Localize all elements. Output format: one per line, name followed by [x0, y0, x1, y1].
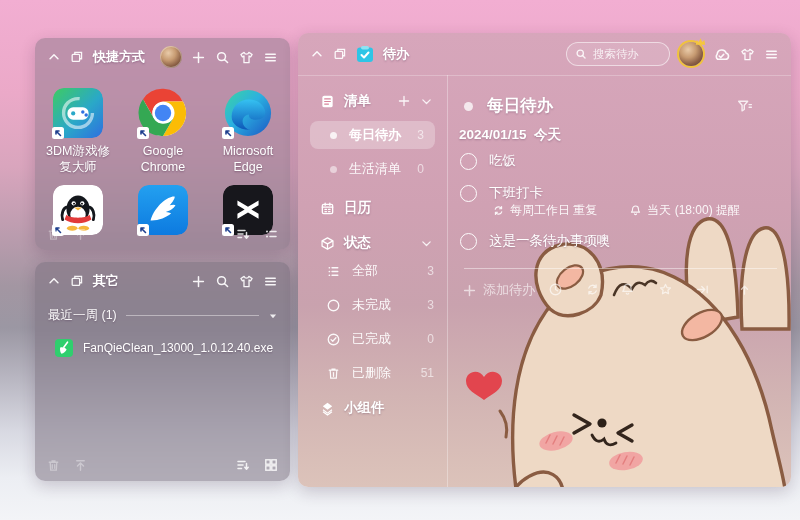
menu-icon[interactable] — [263, 274, 278, 289]
recent-week-group[interactable]: 最近一周 (1) — [48, 307, 278, 324]
shortcut-arrow-icon — [52, 127, 64, 139]
window-mode-icon[interactable] — [70, 50, 84, 64]
app-label: 3DM游戏修复大师 — [36, 143, 120, 175]
shortcuts-panel-header: 快捷方式 — [35, 38, 290, 76]
search-icon[interactable] — [215, 274, 230, 289]
todo-checkbox[interactable] — [460, 153, 477, 170]
todo-meta: 每周工作日 重复 当天 (18:00) 提醒 — [492, 202, 740, 219]
add-todo-label: 添加待办 — [483, 281, 535, 299]
trash-icon[interactable] — [46, 227, 61, 242]
add-todo-row[interactable]: 添加待办 — [462, 278, 781, 302]
app-shortcut-3dm[interactable]: 3DM游戏修复大师 — [36, 88, 120, 175]
plus-icon[interactable] — [462, 283, 477, 298]
todo-text: 这是一条待办事项噢 — [489, 232, 611, 250]
theme-shirt-icon[interactable] — [239, 274, 254, 289]
calendar-label: 日历 — [344, 199, 371, 217]
sort-icon[interactable] — [235, 457, 251, 473]
todo-checkbox[interactable] — [460, 233, 477, 250]
cloud-sync-icon[interactable] — [712, 45, 731, 64]
todo-panel: 待办 清单 每日待办 3 — [298, 33, 791, 487]
status-label: 全部 — [352, 262, 378, 280]
list-color-dot — [330, 166, 337, 173]
lists-section-header[interactable]: 清单 — [320, 90, 447, 112]
sidebar-item-widgets[interactable]: 小组件 — [320, 397, 447, 419]
add-icon[interactable] — [191, 274, 206, 289]
collapse-icon[interactable] — [47, 50, 61, 64]
sidebar-item-calendar[interactable]: 日历 — [320, 197, 447, 219]
widgets-label: 小组件 — [344, 399, 385, 417]
collapse-icon[interactable] — [47, 274, 61, 288]
todo-panel-header: 待办 — [298, 33, 791, 76]
repeat-icon — [492, 204, 505, 217]
add-icon[interactable] — [191, 50, 206, 65]
caret-down-icon[interactable] — [268, 311, 278, 321]
window-mode-icon[interactable] — [333, 47, 347, 61]
move-up-icon[interactable] — [73, 458, 88, 473]
completed-check-circle-icon — [326, 332, 341, 347]
lists-header-label: 清单 — [344, 92, 371, 110]
todo-item[interactable]: 吃饭 — [460, 152, 516, 170]
status-item-deleted[interactable]: 已删除 51 — [326, 356, 447, 390]
shortcuts-panel-title: 快捷方式 — [93, 48, 145, 66]
todo-search[interactable] — [566, 42, 670, 66]
trash-icon[interactable] — [46, 458, 61, 473]
search-icon[interactable] — [215, 50, 230, 65]
todo-text: 下班打卡 — [489, 184, 543, 202]
sidebar-list-daily[interactable]: 每日待办 3 — [310, 121, 435, 149]
menu-icon[interactable] — [263, 50, 278, 65]
todo-search-input[interactable] — [591, 47, 661, 61]
user-avatar[interactable] — [160, 46, 182, 68]
collapse-lists-icon[interactable] — [420, 95, 433, 108]
sort-icon[interactable] — [235, 226, 251, 242]
grid-view-icon[interactable] — [263, 457, 279, 473]
list-count: 3 — [417, 128, 435, 142]
todo-main: 每日待办 2024/01/15 今天 吃饭 下班打卡 每周工作日 重复 当天 (… — [448, 75, 791, 487]
window-mode-icon[interactable] — [70, 274, 84, 288]
filter-icon[interactable] — [736, 98, 753, 115]
file-item[interactable]: FanQieClean_13000_1.0.12.40.exe — [55, 339, 280, 357]
status-item-incomplete[interactable]: 未完成 3 — [326, 288, 447, 322]
status-item-all[interactable]: 全部 3 — [326, 254, 447, 288]
bell-icon[interactable] — [620, 282, 635, 297]
deleted-trash-icon — [326, 366, 341, 381]
todo-sidebar: 清单 每日待办 3 生活清单 0 日历 状态 — [298, 75, 447, 487]
bell-icon — [629, 204, 642, 217]
theme-shirt-icon[interactable] — [740, 47, 755, 62]
add-list-icon[interactable] — [397, 94, 411, 108]
add-row-divider — [464, 268, 777, 269]
list-color-dot — [330, 132, 337, 139]
all-list-icon — [326, 264, 341, 279]
collapse-icon[interactable] — [310, 47, 324, 61]
todo-checkbox[interactable] — [460, 185, 477, 202]
todo-item[interactable]: 这是一条待办事项噢 — [460, 232, 611, 250]
menu-icon[interactable] — [764, 47, 779, 62]
desktop: 快捷方式 3DM游戏修复大师 GoogleChrome — [0, 0, 800, 520]
priority-up-icon[interactable] — [737, 282, 752, 297]
user-avatar[interactable] — [679, 42, 703, 66]
app-shortcut-edge[interactable]: MicrosoftEdge — [206, 88, 290, 175]
other-panel-title: 其它 — [93, 272, 119, 290]
app-shortcut-chrome[interactable]: GoogleChrome — [121, 88, 205, 175]
group-divider — [126, 315, 259, 316]
repeat-icon[interactable] — [585, 282, 600, 297]
todo-item[interactable]: 下班打卡 — [460, 184, 543, 202]
calendar-icon — [320, 201, 335, 216]
theme-shirt-icon[interactable] — [239, 50, 254, 65]
move-to-list-icon[interactable] — [695, 282, 710, 297]
sidebar-list-life[interactable]: 生活清单 0 — [310, 155, 435, 183]
status-section-header[interactable]: 状态 — [320, 232, 447, 254]
current-list-title: 每日待办 — [487, 95, 553, 117]
schedule-clock-icon[interactable] — [548, 282, 563, 297]
group-label: 最近一周 (1) — [48, 307, 117, 324]
star-icon[interactable] — [658, 282, 673, 297]
status-cube-icon — [320, 236, 335, 251]
repeat-text: 每周工作日 重复 — [510, 202, 597, 219]
move-up-icon[interactable] — [73, 227, 88, 242]
shortcuts-panel: 快捷方式 3DM游戏修复大师 GoogleChrome — [35, 38, 290, 250]
collapse-status-icon[interactable] — [420, 237, 433, 250]
todo-panel-title: 待办 — [383, 45, 409, 63]
status-item-completed[interactable]: 已完成 0 — [326, 322, 447, 356]
todo-text: 吃饭 — [489, 152, 516, 170]
list-view-icon[interactable] — [263, 226, 279, 242]
fanqie-clean-file-icon — [55, 339, 73, 357]
